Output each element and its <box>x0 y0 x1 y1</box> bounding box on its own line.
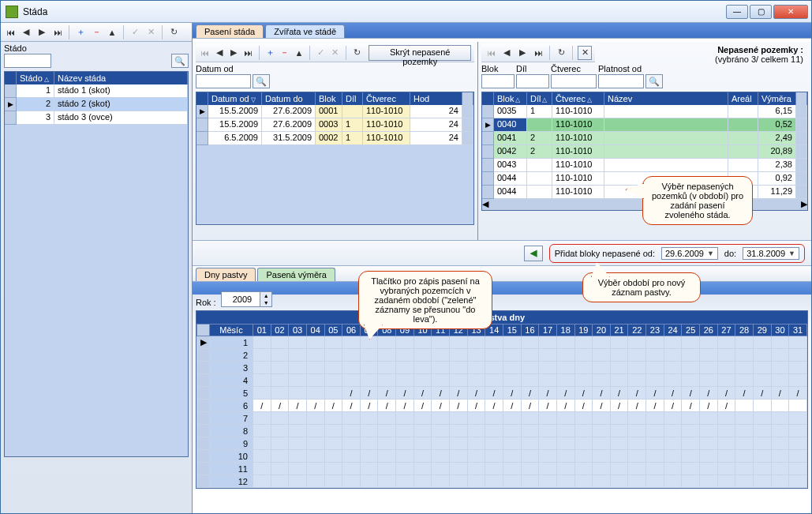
label-datum-od: Datum od <box>196 64 251 74</box>
refresh-icon[interactable]: ↻ <box>167 26 180 39</box>
close-button[interactable]: ✕ <box>773 5 808 19</box>
nepasene-row[interactable]: 0043110-10102,38 <box>482 159 807 172</box>
nepasene-row[interactable]: 00351110-10106,15 <box>482 105 807 118</box>
spinner-up-icon[interactable]: ▲ <box>260 292 271 299</box>
search-icon[interactable]: 🔍 <box>645 74 663 88</box>
nav-first-icon[interactable]: ⏮ <box>4 26 17 39</box>
filter-ctverec[interactable] <box>551 74 597 88</box>
nepasene-row[interactable]: ▶0040110-10100,52 <box>482 118 807 132</box>
nav-first-icon[interactable]: ⏮ <box>199 47 210 59</box>
add-blocks-box: Přidat bloky nepasené od: 29.6.2009▼ do:… <box>549 244 805 263</box>
col-hod[interactable]: Hod <box>410 92 462 105</box>
callout-obdobi: Výběr období pro nový záznam pastvy. <box>582 272 701 302</box>
rok-label: Rok : <box>196 298 216 307</box>
nav-prev-icon[interactable]: ◀ <box>20 26 32 39</box>
col-ctverec[interactable]: Čtverec <box>363 92 410 105</box>
label-stado: Stádo <box>4 43 170 54</box>
stado-row[interactable]: 3stádo 3 (ovce) <box>5 111 188 125</box>
search-icon[interactable]: 🔍 <box>171 54 189 68</box>
assign-button[interactable]: ◀ <box>524 246 543 261</box>
col-dil[interactable]: Díl <box>527 92 552 105</box>
add-label: Přidat bloky nepasené od: <box>555 249 655 258</box>
commit-icon[interactable]: ✓ <box>129 26 141 39</box>
nepasene-subtitle: (vybráno 3/ celkem 11) <box>595 54 803 64</box>
filter-blok[interactable] <box>481 74 515 88</box>
col-nazev[interactable]: Název stáda <box>54 72 188 84</box>
refresh-icon[interactable]: ↻ <box>351 47 362 59</box>
nav-prev-icon[interactable]: ◀ <box>500 47 513 59</box>
col-vymera[interactable]: Výměra <box>758 92 796 105</box>
scroll-right-icon[interactable]: ▶ <box>801 199 807 210</box>
callout-tlacitko: Tlačítko pro zápis pasení na vybraných p… <box>358 271 492 329</box>
spinner-down-icon[interactable]: ▼ <box>260 299 271 306</box>
nav-next-icon[interactable]: ▶ <box>36 26 48 39</box>
window-titlebar: Stáda — ▢ ✕ <box>1 1 811 23</box>
remove-icon[interactable]: － <box>279 47 290 59</box>
nav-prev-icon[interactable]: ◀ <box>213 47 224 59</box>
edit-icon[interactable]: ▲ <box>106 26 118 39</box>
datum-od-input[interactable] <box>196 74 251 88</box>
dropdown-icon: ▼ <box>707 249 714 257</box>
nav-next-icon[interactable]: ▶ <box>228 47 239 59</box>
filter-platnost[interactable] <box>598 74 644 88</box>
paseni-row[interactable]: 6.5.200931.5.200900021110-101024 <box>196 132 473 145</box>
tab-pasena-vymera[interactable]: Pasená výměra <box>257 268 335 281</box>
filter-dil[interactable] <box>516 74 549 88</box>
col-ctverec[interactable]: Čtverec <box>552 92 604 105</box>
col-dil[interactable]: Díl <box>342 92 363 105</box>
paseni-row[interactable]: 15.5.200927.6.200900031110-101024 <box>196 118 473 132</box>
minimize-button[interactable]: — <box>726 5 748 19</box>
callout-vyber: Výběr nepasených pozemků (v období) pro … <box>642 176 753 225</box>
remove-icon[interactable]: － <box>90 26 103 39</box>
nav-last-icon[interactable]: ⏭ <box>51 26 64 39</box>
to-label: do: <box>724 249 736 258</box>
rok-spinner[interactable]: 2009 ▲▼ <box>221 291 272 307</box>
dropdown-icon: ▼ <box>788 249 795 257</box>
commit-icon[interactable]: ✓ <box>315 47 326 59</box>
nepasene-title: Nepasené pozemky : <box>595 45 803 54</box>
add-icon[interactable]: ＋ <box>74 26 87 39</box>
col-areal[interactable]: Areál <box>728 92 758 105</box>
nav-first-icon[interactable]: ⏮ <box>485 47 497 59</box>
search-icon[interactable]: 🔍 <box>253 74 270 88</box>
window-title: Stáda <box>23 6 726 17</box>
nav-last-icon[interactable]: ⏭ <box>242 47 253 59</box>
nav-next-icon[interactable]: ▶ <box>516 47 529 59</box>
scroll-left-icon[interactable]: ◀ <box>482 199 488 210</box>
col-blok[interactable]: Blok <box>494 92 527 105</box>
clear-icon[interactable]: ✕ <box>578 46 592 60</box>
date-from[interactable]: 29.6.2009▼ <box>661 247 718 260</box>
nepasene-row[interactable]: 00422110-101020,89 <box>482 145 807 159</box>
app-icon <box>6 6 18 18</box>
tab-dny-pastvy[interactable]: Dny pastvy <box>196 268 256 281</box>
edit-icon[interactable]: ▲ <box>294 47 305 59</box>
date-to[interactable]: 31.8.2009▼ <box>743 247 799 260</box>
stado-row[interactable]: ▶2stádo 2 (skot) <box>5 98 188 111</box>
maximize-button[interactable]: ▢ <box>750 5 772 19</box>
stado-filter-input[interactable] <box>4 54 51 68</box>
add-icon[interactable]: ＋ <box>264 47 275 59</box>
refresh-icon[interactable]: ↻ <box>555 47 567 59</box>
col-datum-do[interactable]: Datum do <box>262 92 316 105</box>
tab-zvirata[interactable]: Zvířata ve stádě <box>265 24 345 38</box>
pastva-calendar: Pastva dnyMěsíc0102030405060708091011121… <box>196 310 808 489</box>
col-blok[interactable]: Blok <box>316 92 342 105</box>
hide-unpastured-button[interactable]: Skrýt nepasené pozemky <box>369 45 471 61</box>
nav-last-icon[interactable]: ⏭ <box>532 47 544 59</box>
nepasene-row[interactable]: 00412110-10102,49 <box>482 132 807 145</box>
stado-row[interactable]: 1stádo 1 (skot) <box>5 84 188 98</box>
cancel-icon[interactable]: ✕ <box>144 26 157 39</box>
col-datum-od[interactable]: Datum od <box>208 92 262 105</box>
cancel-icon[interactable]: ✕ <box>330 47 341 59</box>
col-stado[interactable]: Stádo <box>17 72 54 84</box>
col-nazev[interactable]: Název <box>604 92 728 105</box>
tab-paseni-stada[interactable]: Pasení stáda <box>196 24 264 38</box>
paseni-row[interactable]: ▶15.5.200927.6.20090001110-101024 <box>196 105 473 118</box>
